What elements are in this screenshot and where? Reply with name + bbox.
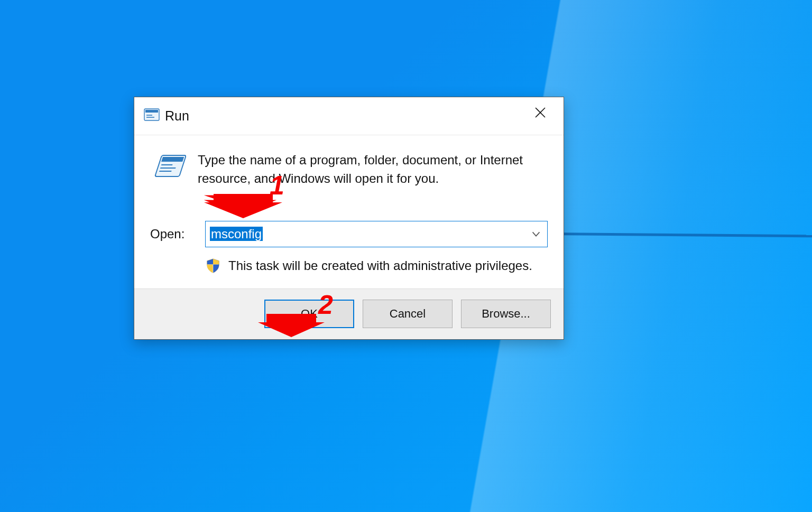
open-label: Open: [150,227,205,241]
titlebar[interactable]: Run [134,97,564,135]
run-icon [151,152,186,182]
close-button[interactable] [517,97,564,128]
dialog-title: Run [165,108,189,124]
run-dialog-icon [144,108,160,124]
svg-rect-7 [161,157,184,162]
button-bar: OK Cancel Browse... [134,288,564,339]
desktop-background: Run [0,0,812,512]
ok-button[interactable]: OK [264,300,354,328]
chevron-down-icon[interactable] [530,228,542,240]
open-combobox[interactable]: msconfig [205,221,548,247]
run-dialog: Run [134,97,564,340]
open-input[interactable]: msconfig [210,227,530,241]
svg-rect-1 [145,110,158,113]
admin-privileges-text: This task will be created with administr… [228,258,532,273]
close-icon [534,106,547,119]
cancel-button[interactable]: Cancel [363,300,453,328]
wallpaper-beam [550,232,812,238]
dialog-body: Type the name of a program, folder, docu… [134,135,564,288]
shield-icon [205,258,221,274]
instruction-text: Type the name of a program, folder, docu… [198,151,548,188]
open-input-value: msconfig [210,227,263,241]
browse-button[interactable]: Browse... [461,300,551,328]
